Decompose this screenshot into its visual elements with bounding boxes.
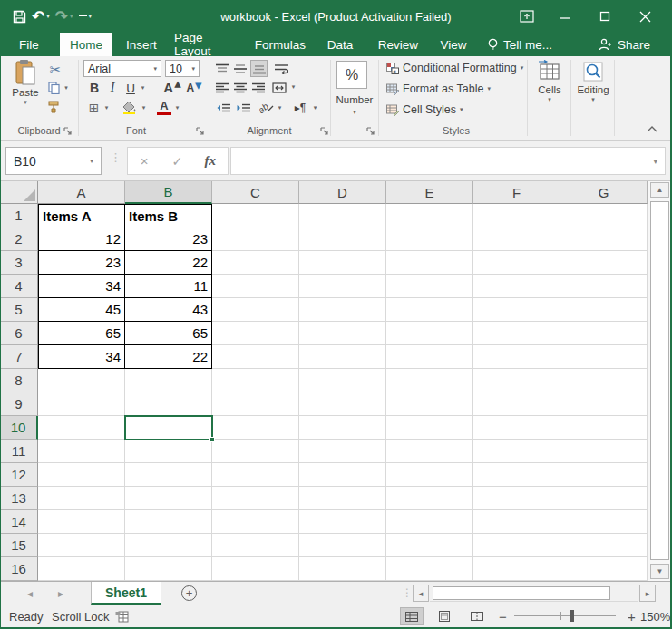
new-sheet-icon[interactable]: + [181, 585, 197, 601]
font-size-combo[interactable]: 10▾ [165, 60, 200, 77]
cell-d16[interactable] [299, 557, 386, 581]
cell-d8[interactable] [299, 369, 386, 392]
orientation-dropdown-icon[interactable]: ▾ [276, 102, 284, 113]
page-break-preview-icon[interactable] [465, 607, 489, 625]
cell-b7[interactable]: 22 [125, 345, 212, 369]
cell-a14[interactable] [38, 510, 125, 534]
copy-dropdown-icon[interactable]: ▾ [63, 82, 70, 93]
decrease-font-size-button[interactable]: A▾ [185, 80, 203, 95]
column-header-f[interactable]: F [473, 181, 560, 204]
cell-d12[interactable] [299, 463, 386, 487]
cell-a8[interactable] [38, 369, 125, 392]
close-icon[interactable] [625, 0, 665, 33]
cell-c3[interactable] [212, 251, 299, 275]
cell-a1[interactable]: Items A [38, 204, 125, 227]
cell-c14[interactable] [212, 510, 299, 534]
cell-g12[interactable] [560, 463, 648, 487]
cell-c2[interactable] [212, 227, 299, 251]
tell-me-box[interactable]: Tell me... [488, 33, 552, 56]
row-header-9[interactable]: 9 [0, 392, 38, 416]
cell-c12[interactable] [212, 463, 299, 487]
column-header-b[interactable]: B [125, 181, 212, 204]
align-left-icon[interactable] [214, 80, 230, 95]
tab-view[interactable]: View [433, 33, 473, 56]
column-header-a[interactable]: A [38, 181, 125, 204]
cell-d7[interactable] [299, 345, 386, 369]
minimize-icon[interactable] [545, 0, 585, 33]
cell-f13[interactable] [473, 487, 560, 510]
cell-f7[interactable] [473, 345, 560, 369]
cell-d10[interactable] [299, 416, 386, 440]
cell-f10[interactable] [473, 416, 560, 440]
align-right-icon[interactable] [250, 80, 267, 95]
row-header-16[interactable]: 16 [0, 557, 38, 581]
cell-d5[interactable] [299, 298, 386, 322]
cell-b2[interactable]: 23 [125, 227, 212, 251]
cell-g4[interactable] [560, 275, 648, 298]
cell-d4[interactable] [299, 275, 386, 298]
name-box[interactable]: B10 ▾ [5, 147, 102, 175]
row-header-5[interactable]: 5 [0, 298, 38, 322]
tab-insert[interactable]: Insert [120, 33, 163, 56]
cell-e12[interactable] [386, 463, 473, 487]
cell-d2[interactable] [299, 227, 386, 251]
cell-b6[interactable]: 65 [125, 322, 212, 345]
cell-b5[interactable]: 43 [125, 298, 212, 322]
editing-button[interactable]: Editing ▾ [575, 60, 611, 120]
cell-e11[interactable] [386, 440, 473, 463]
conditional-formatting-button[interactable]: ≠ Conditional Formatting▾ [386, 62, 523, 74]
select-all-corner[interactable] [0, 181, 38, 204]
row-header-12[interactable]: 12 [0, 463, 38, 487]
cell-b8[interactable] [125, 369, 212, 392]
cell-f16[interactable] [473, 557, 560, 581]
enter-icon[interactable]: ✓ [161, 154, 193, 169]
row-header-15[interactable]: 15 [0, 534, 38, 557]
tab-formulas[interactable]: Formulas [248, 33, 312, 56]
increase-font-size-button[interactable]: A▴ [163, 79, 181, 95]
cell-e4[interactable] [386, 275, 473, 298]
cell-f4[interactable] [473, 275, 560, 298]
customize-quick-access-toolbar-icon[interactable]: ▾ [79, 15, 93, 18]
cell-f3[interactable] [473, 251, 560, 275]
row-header-13[interactable]: 13 [0, 487, 38, 510]
font-color-icon[interactable]: A [157, 100, 171, 115]
cell-b3[interactable]: 22 [125, 251, 212, 275]
save-icon[interactable] [13, 10, 26, 24]
column-header-d[interactable]: D [299, 181, 386, 204]
row-header-3[interactable]: 3 [0, 251, 38, 275]
cell-f15[interactable] [473, 534, 560, 557]
cell-d6[interactable] [299, 322, 386, 345]
column-header-e[interactable]: E [386, 181, 473, 204]
cell-b9[interactable] [125, 392, 212, 416]
cell-e9[interactable] [386, 392, 473, 416]
cell-f5[interactable] [473, 298, 560, 322]
cell-f6[interactable] [473, 322, 560, 345]
name-box-dropdown-icon[interactable]: ▾ [90, 157, 93, 165]
cancel-icon[interactable]: × [128, 153, 161, 169]
cell-d13[interactable] [299, 487, 386, 510]
column-header-c[interactable]: C [212, 181, 299, 204]
cell-b12[interactable] [125, 463, 212, 487]
normal-view-icon[interactable] [400, 607, 424, 625]
zoom-slider-thumb[interactable] [570, 610, 574, 622]
cell-g14[interactable] [560, 510, 648, 534]
vertical-scrollbar[interactable]: ▲ ▼ [648, 181, 670, 581]
cell-a11[interactable] [38, 440, 125, 463]
cell-g16[interactable] [560, 557, 648, 581]
ribbon-display-options-icon[interactable] [509, 0, 545, 33]
zoom-in-icon[interactable]: + [628, 605, 636, 627]
cell-e16[interactable] [386, 557, 473, 581]
cell-g1[interactable] [560, 204, 648, 227]
underline-dropdown-icon[interactable]: ▾ [139, 82, 147, 94]
tab-home[interactable]: Home [60, 33, 112, 56]
font-color-dropdown-icon[interactable]: ▾ [173, 102, 181, 113]
cell-c11[interactable] [212, 440, 299, 463]
cut-icon[interactable]: ✂ [45, 62, 65, 78]
bold-button[interactable]: B [87, 80, 102, 96]
cell-e1[interactable] [386, 204, 473, 227]
selected-cell-b10[interactable] [124, 415, 213, 440]
cell-a6[interactable]: 65 [38, 322, 125, 345]
cell-e2[interactable] [386, 227, 473, 251]
cell-f14[interactable] [473, 510, 560, 534]
cell-d11[interactable] [299, 440, 386, 463]
